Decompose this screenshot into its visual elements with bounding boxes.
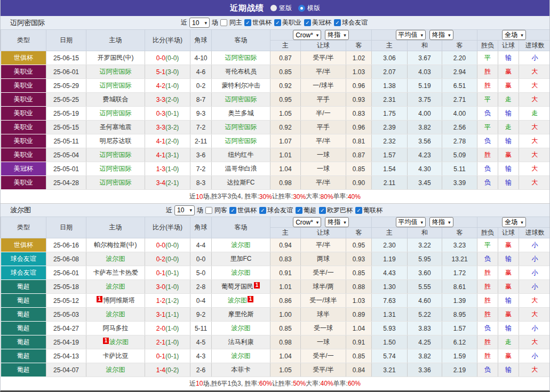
team-cell: 迈阿密国际 <box>100 68 132 75</box>
league-checkbox-label: 美职业 <box>282 18 301 27</box>
same-venue-checkbox[interactable] <box>220 19 227 26</box>
corner-count: 4-10 <box>190 51 212 65</box>
col-score-header: 比分(半场) <box>145 217 190 238</box>
final-odds-select[interactable]: 终指▾ <box>325 217 349 227</box>
team-section-header: 迈阿密国际 近 10▾ 场 同主 ✓世俱杯✓美职业✓美冠杯✓球会友谊 <box>1 16 549 29</box>
fulltime-score: 3-1 <box>156 311 165 318</box>
league-checkbox[interactable]: ✓ <box>244 19 251 26</box>
handicap-home-odds: 1.01 <box>270 280 301 294</box>
team-link[interactable]: 迈阿密国际 <box>100 179 132 186</box>
team-link[interactable]: 迈阿密国际 <box>225 95 257 103</box>
avg-odds-select[interactable]: 平均值▾ <box>396 217 426 227</box>
handicap-home-odds: 1.04 <box>270 162 301 176</box>
away-team: 迈阿密国际 <box>212 134 270 148</box>
league-checkbox[interactable]: ✓ <box>355 207 362 214</box>
team-name[interactable]: 迈阿密国际 <box>10 18 45 28</box>
team-link[interactable]: 波尔图 <box>106 366 125 373</box>
team-name[interactable]: 波尔图 <box>10 205 31 215</box>
result-value: 负 <box>484 137 491 145</box>
vertical-layout-radio[interactable]: 竖版 <box>270 4 292 13</box>
red-card-badge: 1 <box>254 282 260 289</box>
sub-col-header-8: 进球数 <box>519 228 550 238</box>
sub-col-header-5: 客 <box>442 41 477 51</box>
match-row: 葡超25-04-191波尔图2-1(1-0)4-5法马利康0.98一球0.911… <box>1 335 550 349</box>
team-link[interactable]: 波尔图 <box>106 310 125 318</box>
col-score-header: 比分(半场) <box>145 30 190 51</box>
league-badge: 世俱杯 <box>1 238 46 252</box>
league-checkbox[interactable]: ✓ <box>319 207 326 214</box>
league-badge: 葡超 <box>1 294 46 308</box>
fulltime-select[interactable]: 全场▾ <box>502 30 526 40</box>
halftime-score: (0-1) <box>165 110 179 117</box>
team-link[interactable]: 波尔图 <box>232 269 251 276</box>
horizontal-layout-radio[interactable]: 横版 <box>298 4 320 13</box>
team-link[interactable]: 波尔图 <box>106 283 125 290</box>
league-badge: 美职业 <box>1 176 46 190</box>
same-venue-checkbox[interactable] <box>205 207 212 214</box>
avg-away-odds: 1.72 <box>442 266 477 280</box>
team-link[interactable]: 迈阿密国际 <box>100 151 132 158</box>
opponent-name: 卡萨比亚 <box>103 352 129 359</box>
final-odds-select[interactable]: 终指▾ <box>325 30 349 40</box>
team-cell: 葡萄牙国民1 <box>221 283 260 290</box>
team-link[interactable]: 迈阿密国际 <box>100 82 132 89</box>
fulltime-select[interactable]: 全场▾ <box>502 217 526 227</box>
team-link[interactable]: 波尔图 <box>106 255 125 262</box>
league-checkbox[interactable]: ✓ <box>229 207 236 214</box>
team-cell: 蒙特利尔冲击 <box>222 82 260 89</box>
team-cell: 达拉斯FC <box>227 179 255 186</box>
sub-col-header-7: 让球 <box>498 41 519 51</box>
league-checkbox[interactable]: ✓ <box>274 19 281 26</box>
avg-away-odds: 1.59 <box>442 349 477 363</box>
avg-away-odds: 2.71 <box>442 93 477 107</box>
match-count-select[interactable]: 10▾ <box>189 18 210 28</box>
team-link[interactable]: 波尔图 <box>109 338 129 346</box>
result-value: 负 <box>484 165 491 172</box>
team-link[interactable]: 迈阿密国际 <box>225 123 257 131</box>
home-team: 卡萨布兰卡热爱 <box>86 266 145 280</box>
result-winloss: 胜 <box>477 335 498 349</box>
team-link[interactable]: 迈阿密国际 <box>225 137 257 145</box>
corner-count: 4-6 <box>190 65 212 79</box>
team-link[interactable]: 波尔图 <box>232 352 251 359</box>
final-odds-select-2[interactable]: 终指▾ <box>429 217 453 227</box>
match-date: 25-06-08 <box>46 252 86 266</box>
result-handicap: 赢 <box>498 79 519 93</box>
final-odds-select-2[interactable]: 终指▾ <box>429 30 453 40</box>
summary-stat-value: 40% <box>321 380 333 387</box>
handicap-away-odds: 0.96 <box>346 79 372 93</box>
sub-col-header-0: 主 <box>270 41 301 51</box>
result-value: 负 <box>484 109 491 117</box>
league-checkbox[interactable]: ✓ <box>296 207 302 214</box>
team-cell: 波尔图 <box>232 324 251 332</box>
col-date-header: 日期 <box>46 30 86 51</box>
odds-source-select[interactable]: Crow*▾ <box>293 30 321 40</box>
match-date: 25-05-19 <box>46 107 86 121</box>
avg-odds-select[interactable]: 平均值▾ <box>396 30 426 40</box>
odds-source-select[interactable]: Crow*▾ <box>293 217 321 227</box>
radio-selected-icon[interactable] <box>298 5 305 12</box>
team-link[interactable]: 迈阿密国际 <box>100 109 132 117</box>
radio-unselected-icon[interactable] <box>270 5 277 11</box>
result-goals: 小 <box>519 51 550 65</box>
fulltime-score: 4-2 <box>156 82 165 90</box>
matches-label: 场 <box>197 206 203 215</box>
team-link[interactable]: 波尔图 <box>232 324 251 332</box>
corner-count: 5-11 <box>190 322 212 335</box>
result-goals: 走 <box>519 107 550 121</box>
home-team: 迈阿密国际 <box>86 162 145 176</box>
team-link[interactable]: 波尔图 <box>232 241 251 249</box>
team-link[interactable]: 迈阿密国际 <box>225 54 257 61</box>
summary-stat-value: 10 <box>196 193 203 201</box>
team-link[interactable]: 波尔图 <box>228 297 247 304</box>
team-link[interactable]: 迈阿密国际 <box>100 165 132 172</box>
avg-home-odds: 2.11 <box>372 176 408 190</box>
opponent-name: 葡萄牙国民 <box>221 283 253 290</box>
league-checkbox[interactable]: ✓ <box>304 19 311 26</box>
corner-count: 4-4 <box>190 238 212 252</box>
team-link[interactable]: 迈阿密国际 <box>100 68 132 75</box>
league-checkbox[interactable]: ✓ <box>334 19 341 26</box>
league-checkbox[interactable]: ✓ <box>259 207 266 214</box>
sub-col-header-1: 让球 <box>301 228 346 238</box>
match-count-select[interactable]: 10▾ <box>174 205 195 215</box>
